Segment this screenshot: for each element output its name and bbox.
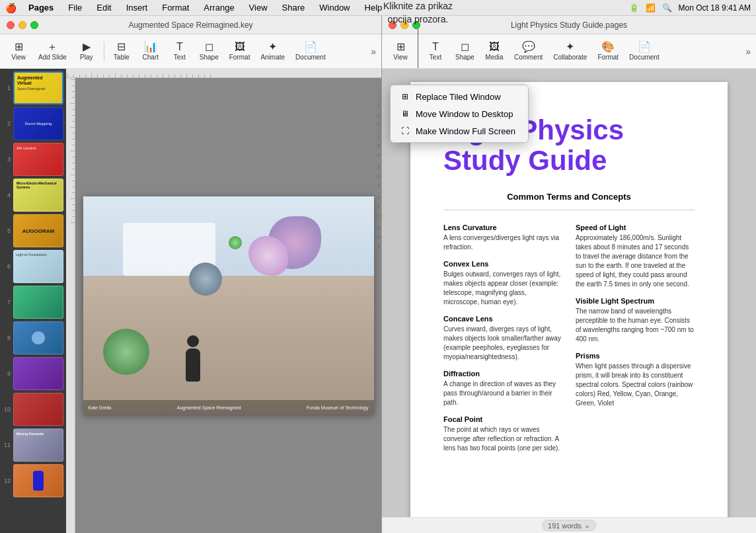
slide-thumb-9[interactable]: 9 xyxy=(3,357,63,390)
media-pages-icon: 🖼 xyxy=(489,42,500,52)
term-focal-point: Focal Point xyxy=(443,415,562,423)
shape-icon: ◻ xyxy=(205,42,213,52)
toolbar-format-keynote[interactable]: 🖼 Format xyxy=(225,39,254,63)
shape-pages-icon: ◻ xyxy=(461,42,469,52)
slide-thumb-5[interactable]: 5 AUGOGRAM xyxy=(3,214,63,247)
thumb-box-6[interactable]: Light on Foundations xyxy=(13,250,63,283)
toolbar-text[interactable]: T Text xyxy=(167,39,193,63)
toolbar-text-label: Text xyxy=(174,54,186,61)
slide-thumb-10[interactable]: 10 xyxy=(3,393,63,426)
menu-format[interactable]: Format xyxy=(159,1,192,14)
minimize-button[interactable] xyxy=(19,21,26,29)
toolbar-comment-pages-label: Comment xyxy=(514,54,543,61)
toolbar-chart[interactable]: 📊 Chart xyxy=(137,39,164,63)
toolbar-document-pages-label: Document xyxy=(629,54,660,61)
slide-thumb-8[interactable]: 8 xyxy=(3,321,63,354)
menu-view[interactable]: View xyxy=(246,1,270,14)
word-count-chevron: ⌄ xyxy=(584,521,590,530)
thumb-box-3[interactable]: AR content xyxy=(13,143,63,176)
toolbar-shape-pages[interactable]: ◻ Shape xyxy=(451,39,478,63)
term-lens-curvature: Lens Curvature xyxy=(443,224,562,231)
menu-window[interactable]: Window xyxy=(317,1,352,14)
ar-sphere-green xyxy=(229,236,242,249)
word-count-badge[interactable]: 191 words ⌄ xyxy=(542,520,596,531)
pages-titlebar: Light Physics Study Guide.pages xyxy=(382,16,756,34)
thumb-box-1[interactable]: Augmented Virtual Space Reimagined xyxy=(13,71,63,104)
menu-insert[interactable]: Insert xyxy=(124,1,151,14)
toolbar-table[interactable]: ⊟ Table xyxy=(108,39,135,63)
menubar: 🍎 Pages File Edit Insert Format Arrange … xyxy=(0,0,756,16)
toolbar-view-pages-label: View xyxy=(393,54,408,61)
toolbar-text-pages[interactable]: T Text xyxy=(422,39,449,63)
search-icon[interactable]: 🔍 xyxy=(662,3,672,13)
toolbar-shape-pages-label: Shape xyxy=(455,54,474,61)
thumb-box-7[interactable] xyxy=(13,286,63,319)
term-diffraction: Diffraction xyxy=(443,370,562,378)
toolbar-animate[interactable]: ✦ Animate xyxy=(256,39,289,63)
ar-blob-4 xyxy=(189,263,222,296)
menu-help[interactable]: Help xyxy=(362,1,385,14)
replace-tiled-icon: ⊞ xyxy=(400,91,410,102)
menu-share[interactable]: Share xyxy=(280,1,308,14)
slide-thumb-4[interactable]: 4 Micro-Electro-Mechanical Systems xyxy=(3,179,63,212)
slide-thumb-7[interactable]: 7 xyxy=(3,286,63,319)
thumb-box-5[interactable]: AUGOGRAM xyxy=(13,214,63,247)
toolbar-comment-pages[interactable]: 💬 Comment xyxy=(510,39,547,63)
ctx-replace-tiled[interactable]: ⊞ Replace Tiled Window xyxy=(391,88,528,105)
ruler-numbers: 100200300400500 xyxy=(377,102,380,251)
thumb-box-4[interactable]: Micro-Electro-Mechanical Systems xyxy=(13,179,63,212)
toolbar-shape[interactable]: ◻ Shape xyxy=(196,39,223,63)
toolbar-view-pages[interactable]: ⊞ View xyxy=(387,39,414,63)
pages-minimize-button[interactable] xyxy=(400,21,408,29)
menu-file[interactable]: File xyxy=(65,1,85,14)
toolbar-add-slide[interactable]: ＋ Add Slide xyxy=(34,39,71,63)
document-pages-icon: 📄 xyxy=(638,42,651,52)
slide-thumb-3[interactable]: 3 AR content xyxy=(3,143,63,176)
slide-thumb-12[interactable]: 12 xyxy=(3,464,63,497)
thumb-box-8[interactable] xyxy=(13,321,63,354)
close-button[interactable] xyxy=(7,21,15,29)
toolbar-document-keynote[interactable]: 📄 Document xyxy=(291,39,330,63)
toolbar-format-pages[interactable]: 🎨 Format xyxy=(593,39,623,63)
slide-thumb-11[interactable]: 11 Moving Forwards xyxy=(3,429,63,462)
ctx-full-screen-label: Make Window Full Screen xyxy=(416,126,515,136)
def-focal-point: The point at which rays or waves converg… xyxy=(443,425,562,453)
menu-pages[interactable]: Pages xyxy=(26,1,56,14)
pages-zoom-button[interactable] xyxy=(412,21,420,29)
toolbar-play[interactable]: ▶ Play xyxy=(73,39,100,63)
slide-thumb-2[interactable]: 2 Room Mapping xyxy=(3,107,63,140)
document-two-col: Lens Curvature A lens converges/diverges… xyxy=(443,224,695,453)
thumb-box-12[interactable] xyxy=(13,464,63,497)
add-slide-icon: ＋ xyxy=(47,42,57,52)
menubar-left: 🍎 Pages File Edit Insert Format Arrange … xyxy=(5,1,385,14)
pages-close-button[interactable] xyxy=(389,21,397,29)
toolbar-more-keynote[interactable]: » xyxy=(371,46,376,57)
toolbar-document-pages[interactable]: 📄 Document xyxy=(625,39,663,63)
ar-blob-3 xyxy=(103,329,149,375)
ctx-move-desktop[interactable]: 🖥 Move Window to Desktop xyxy=(391,105,528,122)
menu-arrange[interactable]: Arrange xyxy=(201,1,237,14)
menu-edit[interactable]: Edit xyxy=(94,1,114,14)
slide-thumb-6[interactable]: 6 Light on Foundations xyxy=(3,250,63,283)
ruler-horizontal xyxy=(66,69,381,78)
slides-panel[interactable]: 1 Augmented Virtual Space Reimagined 2 xyxy=(0,69,66,533)
toolbar-collaborate-pages[interactable]: ✦ Collaborate xyxy=(549,39,591,63)
document-subtitle: Common Terms and Concepts xyxy=(443,192,695,202)
thumb-box-2[interactable]: Room Mapping xyxy=(13,107,63,140)
toolbar-more-pages[interactable]: » xyxy=(745,46,751,57)
thumb-box-10[interactable] xyxy=(13,393,63,426)
slide-num-10: 10 xyxy=(3,406,11,413)
ctx-full-screen[interactable]: ⛶ Make Window Full Screen xyxy=(391,122,528,140)
apple-menu[interactable]: 🍎 xyxy=(5,3,17,13)
slide-main-area: Kate Grella Augmented Space Reimagined F… xyxy=(66,69,381,533)
slide-num-2: 2 xyxy=(3,120,11,127)
toolbar-media-pages[interactable]: 🖼 Media xyxy=(481,39,508,63)
toolbar-format-label: Format xyxy=(229,54,250,61)
slide-canvas: Kate Grella Augmented Space Reimagined F… xyxy=(83,196,374,415)
toolbar-view[interactable]: ⊞ View xyxy=(5,39,32,63)
thumb-box-9[interactable] xyxy=(13,357,63,390)
toolbar-chart-label: Chart xyxy=(143,54,159,61)
slide-thumb-1[interactable]: 1 Augmented Virtual Space Reimagined xyxy=(3,71,63,104)
thumb-box-11[interactable]: Moving Forwards xyxy=(13,429,63,462)
zoom-button[interactable] xyxy=(30,21,38,29)
